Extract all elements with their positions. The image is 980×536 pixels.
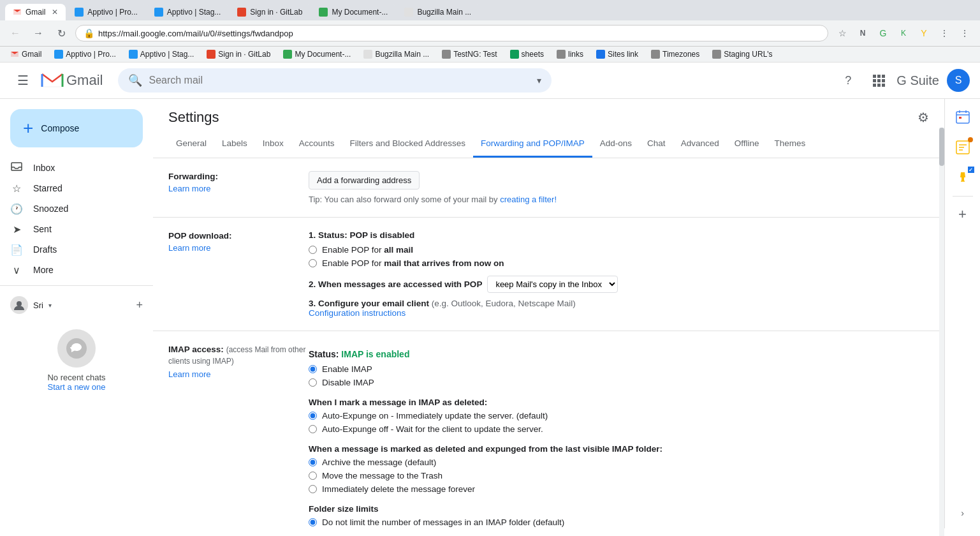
imap-trash-option[interactable]: Move the message to the Trash xyxy=(309,471,929,480)
bookmark-staging[interactable]: Staging URL's xyxy=(707,48,777,61)
address-bar[interactable]: 🔒 https://mail.google.com/mail/u/0/#sett… xyxy=(75,25,828,41)
bookmark-links[interactable]: links xyxy=(552,48,589,61)
sidebar-item-sent[interactable]: ➤ Sent xyxy=(0,219,143,239)
tab-inbox[interactable]: Inbox xyxy=(255,131,291,158)
settings-gear-icon[interactable]: ⚙ xyxy=(918,110,929,125)
bookmark-sites[interactable]: Sites link xyxy=(591,48,643,61)
configuration-instructions-link[interactable]: Configuration instructions xyxy=(309,308,929,318)
right-sidebar-expand-icon[interactable]: › xyxy=(956,503,969,523)
tasks-icon[interactable] xyxy=(950,135,976,160)
pop-option-all-mail[interactable]: Enable POP for all mail xyxy=(309,245,929,255)
tip-text-static: Tip: You can also forward only some of y… xyxy=(309,195,498,204)
bookmark-apptivo-stag[interactable]: Apptivo | Stag... xyxy=(124,48,200,61)
chat-user-row[interactable]: Sri ▾ xyxy=(10,296,52,314)
sidebar-item-starred[interactable]: ☆ Starred xyxy=(0,178,143,198)
compose-button[interactable]: + Compose xyxy=(10,109,143,147)
browser-tab-apptivo2[interactable]: Apptivo | Stag... xyxy=(147,4,229,20)
imap-trash-radio[interactable] xyxy=(309,472,317,480)
help-button[interactable]: ? xyxy=(835,68,861,93)
imap-disable-radio[interactable] xyxy=(309,378,317,387)
bookmark-testng[interactable]: TestNG: Test xyxy=(437,48,502,61)
imap-expunge-off-radio[interactable] xyxy=(309,425,317,433)
creating-filter-link[interactable]: creating a filter! xyxy=(500,195,557,204)
tab-accounts[interactable]: Accounts xyxy=(291,131,342,158)
bookmark-sheets[interactable]: sheets xyxy=(505,48,549,61)
forward-button[interactable]: → xyxy=(29,24,47,42)
browser-tab-gitlab[interactable]: Sign in · GitLab xyxy=(230,4,310,20)
bookmark-label-timezones: Timezones xyxy=(662,50,699,59)
bookmark-gitlab[interactable]: Sign in · GitLab xyxy=(201,48,275,61)
tab-offline[interactable]: Offline xyxy=(727,131,767,158)
bookmark-star-button[interactable]: ☆ xyxy=(833,24,851,42)
tab-general[interactable]: General xyxy=(168,131,214,158)
hamburger-menu-button[interactable]: ☰ xyxy=(10,68,36,93)
reload-button[interactable]: ↻ xyxy=(52,24,70,42)
ext-apps-button[interactable]: ⋮ xyxy=(935,24,953,42)
browser-tab-apptivo1[interactable]: Apptivo | Pro... xyxy=(67,4,145,20)
search-bar[interactable]: 🔍 ▾ xyxy=(118,68,552,93)
sidebar-item-more[interactable]: ∨ More xyxy=(0,260,143,280)
ext-k-button[interactable]: K xyxy=(895,24,912,42)
imap-delete-option[interactable]: Immediately delete the message forever xyxy=(309,484,929,494)
pop-learn-more[interactable]: Learn more xyxy=(168,243,309,253)
tab-forwarding[interactable]: Forwarding and POP/IMAP xyxy=(473,131,592,158)
browser-tab-bugzilla[interactable]: Bugzilla Main ... xyxy=(397,4,479,20)
bookmark-timezones[interactable]: Timezones xyxy=(646,48,705,61)
imap-disable-option[interactable]: Disable IMAP xyxy=(309,378,929,387)
bookmark-bugzilla[interactable]: Bugzilla Main ... xyxy=(358,48,434,61)
imap-delete-radio[interactable] xyxy=(309,485,317,493)
imap-auto-expunge-on[interactable]: Auto-Expunge on - Immediately update the… xyxy=(309,411,929,421)
forwarding-learn-more[interactable]: Learn more xyxy=(168,184,309,193)
calendar-icon[interactable] xyxy=(950,104,976,130)
tab-advanced[interactable]: Advanced xyxy=(673,131,727,158)
tab-labels[interactable]: Labels xyxy=(214,131,255,158)
apps-grid-button[interactable] xyxy=(866,68,891,93)
imap-enable-option[interactable]: Enable IMAP xyxy=(309,364,929,374)
tab-filters[interactable]: Filters and Blocked Addresses xyxy=(342,131,473,158)
ext-g-button[interactable]: G xyxy=(874,24,892,42)
sidebar-item-snoozed[interactable]: 🕐 Snoozed xyxy=(0,198,143,219)
tab-themes[interactable]: Themes xyxy=(766,131,813,158)
start-new-chat-link[interactable]: Start a new one xyxy=(47,382,105,392)
bookmark-mydoc[interactable]: My Document-... xyxy=(278,48,356,61)
tab-close-gmail[interactable]: ✕ xyxy=(52,8,58,17)
sidebar-item-inbox[interactable]: Inbox xyxy=(0,158,143,178)
imap-no-limit-option[interactable]: Do not limit the number of messages in a… xyxy=(309,517,929,527)
scrollbar-thumb[interactable] xyxy=(939,128,944,166)
bookmark-apptivo-pro[interactable]: Apptivo | Pro... xyxy=(49,48,121,61)
bookmark-label-mydoc: My Document-... xyxy=(295,50,351,59)
bookmark-label-apptivo-stag: Apptivo | Stag... xyxy=(140,50,194,59)
url-text: https://mail.google.com/mail/u/0/#settin… xyxy=(98,29,820,38)
imap-expunge-on-radio[interactable] xyxy=(309,412,317,420)
imap-no-limit-radio[interactable] xyxy=(309,518,317,526)
right-sidebar: ✓ + › xyxy=(944,99,980,528)
browser-tab-mydoc[interactable]: My Document-... xyxy=(311,4,395,20)
pop-action-dropdown[interactable]: keep Mail's copy in the Inbox xyxy=(487,276,618,293)
imap-archive-radio[interactable] xyxy=(309,458,317,466)
bookmark-gmail[interactable]: Gmail xyxy=(5,48,47,61)
pop-from-now-radio[interactable] xyxy=(309,259,317,267)
imap-enable-radio[interactable] xyxy=(309,365,317,373)
imap-archive-option[interactable]: Archive the message (default) xyxy=(309,458,929,467)
menu-button[interactable]: ⋮ xyxy=(956,24,974,42)
add-forwarding-address-button[interactable]: Add a forwarding address xyxy=(309,171,420,190)
search-dropdown-icon[interactable]: ▾ xyxy=(537,75,541,86)
add-chat-button[interactable]: + xyxy=(136,299,143,312)
imap-learn-more[interactable]: Learn more xyxy=(168,369,309,379)
gmail-header: ☰ Gmail 🔍 ▾ ? G Sui xyxy=(0,63,980,99)
pop-all-mail-radio[interactable] xyxy=(309,246,317,254)
pop-option-from-now[interactable]: Enable POP for mail that arrives from no… xyxy=(309,258,929,268)
tab-addons[interactable]: Add-ons xyxy=(592,131,640,158)
add-icon[interactable]: + xyxy=(950,202,976,227)
back-button[interactable]: ← xyxy=(6,24,24,42)
sidebar-item-drafts[interactable]: 📄 Drafts xyxy=(0,239,143,260)
tab-chat[interactable]: Chat xyxy=(640,131,673,158)
ext-n-button[interactable]: N xyxy=(854,24,872,42)
imap-auto-expunge-off[interactable]: Auto-Expunge off - Wait for the client t… xyxy=(309,424,929,434)
search-input[interactable] xyxy=(149,75,530,86)
keep-icon[interactable]: ✓ xyxy=(950,165,976,191)
ext-y-button[interactable]: Y xyxy=(915,24,933,42)
user-avatar[interactable]: S xyxy=(947,69,970,92)
browser-tab-gmail[interactable]: Gmail ✕ xyxy=(5,4,66,20)
pop-label-col: POP download: Learn more xyxy=(168,230,309,318)
